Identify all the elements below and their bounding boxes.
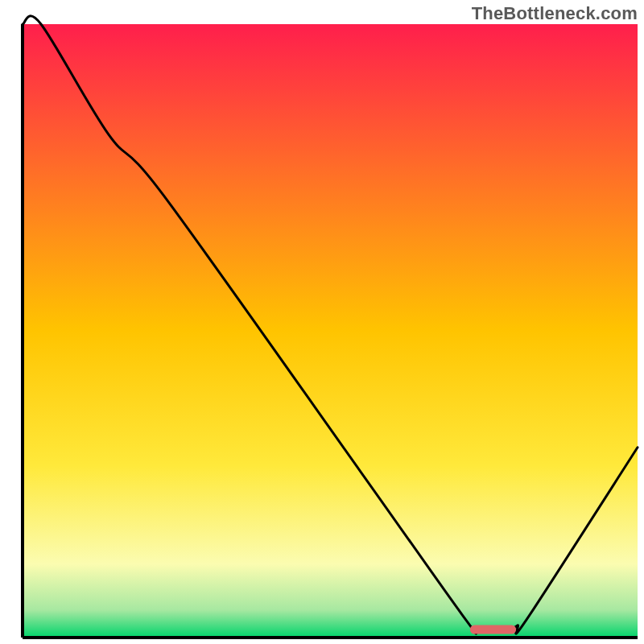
chart-canvas bbox=[0, 0, 644, 644]
optimal-marker bbox=[470, 625, 516, 634]
bottleneck-chart: TheBottleneck.com bbox=[0, 0, 644, 644]
plot-area bbox=[23, 16, 638, 638]
watermark-text: TheBottleneck.com bbox=[472, 3, 638, 24]
gradient-background bbox=[23, 24, 638, 638]
